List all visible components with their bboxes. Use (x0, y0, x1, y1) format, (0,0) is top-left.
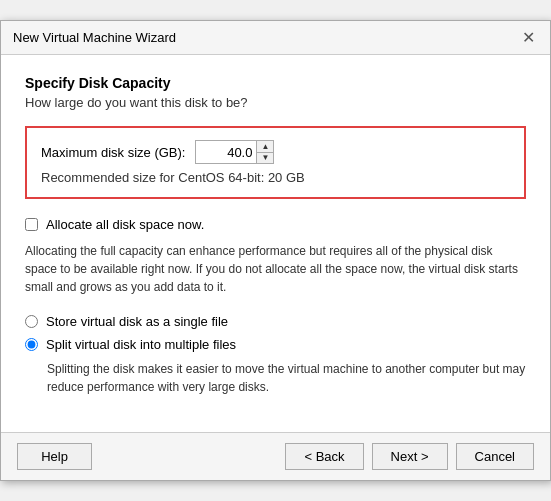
title-bar: New Virtual Machine Wizard ✕ (1, 21, 550, 55)
window-title: New Virtual Machine Wizard (13, 30, 176, 45)
close-button[interactable]: ✕ (518, 28, 538, 48)
single-file-row: Store virtual disk as a single file (25, 314, 526, 329)
footer-left: Help (17, 443, 92, 470)
disk-size-input[interactable] (196, 143, 256, 162)
allocate-label: Allocate all disk space now. (46, 217, 204, 232)
spinbox-buttons: ▲ ▼ (256, 141, 273, 163)
footer: Help < Back Next > Cancel (1, 432, 550, 480)
single-file-radio[interactable] (25, 315, 38, 328)
disk-size-section: Maximum disk size (GB): ▲ ▼ Recommended … (25, 126, 526, 199)
multiple-files-radio[interactable] (25, 338, 38, 351)
page-title: Specify Disk Capacity (25, 75, 526, 91)
back-button[interactable]: < Back (285, 443, 363, 470)
allocate-option-row: Allocate all disk space now. (25, 217, 526, 232)
multiple-files-label: Split virtual disk into multiple files (46, 337, 236, 352)
disk-size-spinbox: ▲ ▼ (195, 140, 274, 164)
spinbox-down-button[interactable]: ▼ (257, 152, 273, 163)
wizard-window: New Virtual Machine Wizard ✕ Specify Dis… (0, 20, 551, 481)
footer-right: < Back Next > Cancel (285, 443, 534, 470)
next-button[interactable]: Next > (372, 443, 448, 470)
spinbox-up-button[interactable]: ▲ (257, 141, 273, 152)
disk-size-label: Maximum disk size (GB): (41, 145, 185, 160)
help-button[interactable]: Help (17, 443, 92, 470)
radio-group: Store virtual disk as a single file Spli… (25, 314, 526, 396)
multiple-files-row: Split virtual disk into multiple files (25, 337, 526, 352)
cancel-button[interactable]: Cancel (456, 443, 534, 470)
single-file-label: Store virtual disk as a single file (46, 314, 228, 329)
disk-size-row: Maximum disk size (GB): ▲ ▼ (41, 140, 510, 164)
page-subtitle: How large do you want this disk to be? (25, 95, 526, 110)
multiple-files-description: Splitting the disk makes it easier to mo… (47, 360, 526, 396)
main-content: Specify Disk Capacity How large do you w… (1, 55, 550, 432)
allocate-checkbox[interactable] (25, 218, 38, 231)
allocate-description: Allocating the full capacity can enhance… (25, 242, 526, 296)
recommended-text: Recommended size for CentOS 64-bit: 20 G… (41, 170, 510, 185)
